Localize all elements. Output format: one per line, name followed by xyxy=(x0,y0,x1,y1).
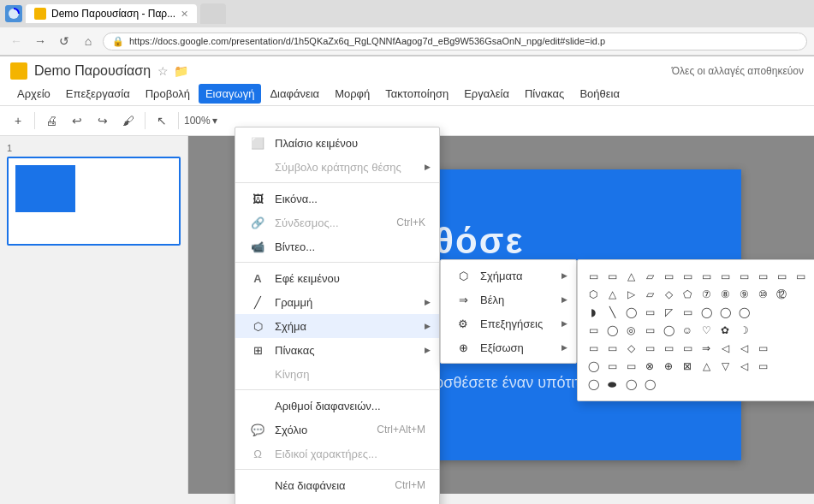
shape-b4[interactable]: ⊗ xyxy=(641,358,658,375)
shape-parallelogram[interactable]: ▱ xyxy=(641,268,658,285)
toolbar-paint-btn[interactable]: 🖌 xyxy=(117,110,140,132)
shape-a9[interactable]: ◁ xyxy=(735,340,752,357)
shape-circle8[interactable]: ⑧ xyxy=(716,286,734,303)
shape-rect10[interactable]: ▭ xyxy=(679,304,696,321)
shape-a6[interactable]: ▭ xyxy=(679,340,696,357)
menu-insert-newslide[interactable]: Νέα διαφάνεια Ctrl+M xyxy=(235,473,439,497)
shape-frame[interactable]: ▭ xyxy=(641,304,658,321)
menu-insert-video[interactable]: 📹 Βίντεο... xyxy=(235,234,439,258)
zoom-control[interactable]: 100% ▾ xyxy=(184,115,217,127)
menu-slide[interactable]: Διαφάνεια xyxy=(263,84,326,104)
toolbar-print-btn[interactable]: 🖨 xyxy=(40,110,62,132)
zoom-dropdown-icon[interactable]: ▾ xyxy=(212,115,217,127)
toolbar-redo-btn[interactable]: ↪ xyxy=(92,110,114,132)
menu-arrange[interactable]: Τακτοποίηση xyxy=(378,84,455,104)
shape-line[interactable]: ╲ xyxy=(603,304,621,321)
shape-b7[interactable]: △ xyxy=(698,358,715,375)
shape-b6[interactable]: ⊠ xyxy=(679,358,696,375)
shape-circle7[interactable]: ⑦ xyxy=(698,286,715,303)
menu-insert-wordart[interactable]: A Εφέ κειμένου xyxy=(235,266,439,290)
shape-hexagon[interactable]: ⬡ xyxy=(585,286,602,303)
shape-r5[interactable]: ◯ xyxy=(660,322,677,339)
shape-smiley[interactable]: ☺ xyxy=(679,322,696,339)
home-btn[interactable]: ⌂ xyxy=(79,32,98,50)
back-btn[interactable]: ← xyxy=(7,32,26,50)
shape-a10[interactable]: ▭ xyxy=(754,340,771,357)
shape-b8[interactable]: ▽ xyxy=(716,358,734,375)
menu-insert-image[interactable]: 🖼 Εικόνα... xyxy=(235,187,439,210)
shape-r4[interactable]: ▭ xyxy=(641,322,658,339)
forward-btn[interactable]: → xyxy=(31,32,50,50)
menu-table[interactable]: Πίνακας xyxy=(518,84,571,104)
new-tab-btn[interactable] xyxy=(200,3,226,24)
shape-arrows-option[interactable]: ⇒ Βέλη xyxy=(441,288,576,311)
shape-rounded-rect[interactable]: ▭ xyxy=(660,268,677,285)
shape-b3[interactable]: ▭ xyxy=(622,358,639,375)
shape-rect5[interactable]: ▭ xyxy=(716,268,734,285)
shape-moon[interactable]: ☽ xyxy=(735,322,752,339)
shape-circle[interactable]: ◯ xyxy=(622,304,639,321)
shape-b5[interactable]: ⊕ xyxy=(660,358,677,375)
shape-diamond[interactable]: ◇ xyxy=(660,286,677,303)
shape-heart[interactable]: ♡ xyxy=(698,322,715,339)
browser-tab[interactable]: Demo Παρουσίαση - Παρ... ✕ xyxy=(26,4,197,23)
shape-circle12[interactable]: ⑫ xyxy=(773,286,790,303)
shape-c1[interactable]: ◯ xyxy=(585,376,602,393)
shape-rtriangle[interactable]: ▷ xyxy=(622,286,639,303)
menu-insert-slidenumbers[interactable]: Αριθμοί διαφανειών... xyxy=(235,394,439,418)
menu-tools[interactable]: Εργαλεία xyxy=(457,84,516,104)
shape-a2[interactable]: ▭ xyxy=(603,340,621,357)
shape-b2[interactable]: ▭ xyxy=(603,358,621,375)
slide-thumbnail[interactable] xyxy=(7,157,181,246)
shape-rect3[interactable]: ▭ xyxy=(679,268,696,285)
folder-icon[interactable]: 📁 xyxy=(174,64,188,78)
menu-insert-shape[interactable]: ⬡ Σχήμα xyxy=(235,314,439,338)
shape-pentagon[interactable]: ⬠ xyxy=(679,286,696,303)
shape-oval[interactable]: ◯ xyxy=(698,304,715,321)
shape-rect2[interactable]: ▭ xyxy=(603,268,621,285)
shape-pie[interactable]: ◗ xyxy=(585,304,602,321)
shape-c2[interactable]: ⬬ xyxy=(603,376,621,393)
shape-r3[interactable]: ◎ xyxy=(622,322,639,339)
shape-a5[interactable]: ▭ xyxy=(660,340,677,357)
shape-shapes-option[interactable]: ⬡ Σχήματα xyxy=(441,264,576,288)
shape-rect7[interactable]: ▭ xyxy=(754,268,771,285)
shape-r2[interactable]: ◯ xyxy=(603,322,621,339)
shape-callouts-option[interactable]: ⚙ Επεξηγήσεις xyxy=(441,311,576,335)
shape-circle10[interactable]: ⑩ xyxy=(754,286,771,303)
shape-equation-option[interactable]: ⊕ Εξίσωση xyxy=(441,335,576,359)
shape-r1[interactable]: ▭ xyxy=(585,322,602,339)
shape-a7[interactable]: ⇒ xyxy=(698,340,715,357)
menu-edit[interactable]: Επεξεργασία xyxy=(59,84,137,104)
refresh-btn[interactable]: ↺ xyxy=(55,32,74,50)
menu-insert-textbox[interactable]: ⬜ Πλαίσιο κειμένου xyxy=(235,131,439,155)
tab-close-btn[interactable]: ✕ xyxy=(181,9,188,20)
shape-a3[interactable]: ◇ xyxy=(622,340,639,357)
shape-a8[interactable]: ◁ xyxy=(716,340,734,357)
toolbar-cursor-btn[interactable]: ↖ xyxy=(151,110,173,132)
star-icon[interactable]: ☆ xyxy=(157,64,169,78)
menu-help[interactable]: Βοήθεια xyxy=(573,84,627,104)
shape-c3[interactable]: ◯ xyxy=(622,376,639,393)
shape-b9[interactable]: ◁ xyxy=(735,358,752,375)
shape-oval3[interactable]: ◯ xyxy=(735,304,752,321)
shape-circle9[interactable]: ⑨ xyxy=(735,286,752,303)
shape-parallelogram2[interactable]: ▱ xyxy=(641,286,658,303)
shape-rect8[interactable]: ▭ xyxy=(773,268,790,285)
shape-rect9[interactable]: ▭ xyxy=(792,268,809,285)
toolbar-add-btn[interactable]: + xyxy=(7,110,29,132)
toolbar-undo-btn[interactable]: ↩ xyxy=(66,110,88,132)
shape-rect6[interactable]: ▭ xyxy=(735,268,752,285)
address-bar[interactable]: 🔒 https://docs.google.com/presentation/d… xyxy=(103,33,807,50)
menu-file[interactable]: Αρχείο xyxy=(10,84,57,104)
shape-a1[interactable]: ▭ xyxy=(585,340,602,357)
shape-triangle2[interactable]: △ xyxy=(603,286,621,303)
menu-insert-line[interactable]: ╱ Γραμμή xyxy=(235,290,439,314)
menu-view[interactable]: Προβολή xyxy=(139,84,197,104)
menu-insert-table[interactable]: ⊞ Πίνακας xyxy=(235,338,439,362)
shape-oval2[interactable]: ◯ xyxy=(716,304,734,321)
shape-b10[interactable]: ▭ xyxy=(754,358,771,375)
shape-b1[interactable]: ◯ xyxy=(585,358,602,375)
menu-insert-importslides[interactable]: Εισαγωγή διαφανειών... xyxy=(235,497,439,504)
shape-flower[interactable]: ✿ xyxy=(716,322,734,339)
